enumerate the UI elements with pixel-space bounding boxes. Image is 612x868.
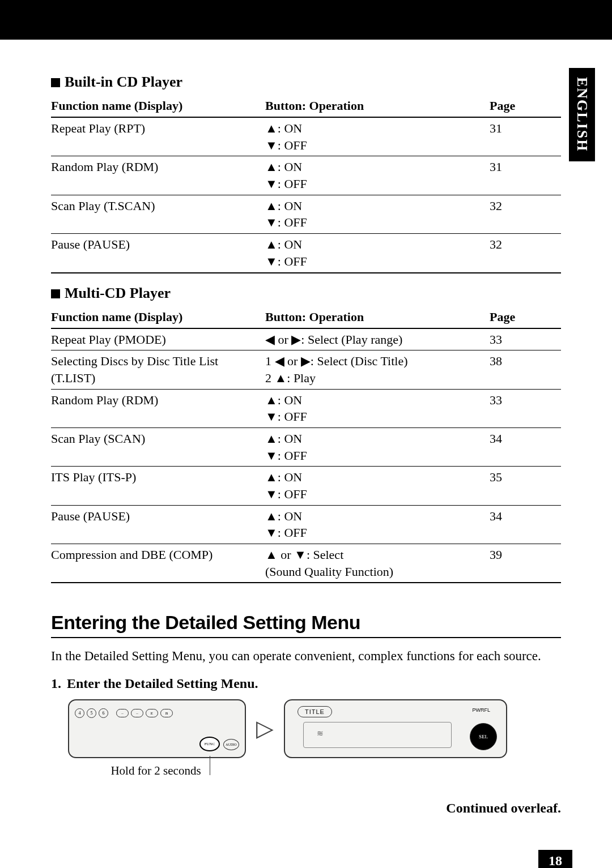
unit-diagram-right: TITLE ≋ PWRFL SEL (284, 699, 507, 758)
cell-operation: 1 ◀ or ▶: Select (Disc Title)2 ▲: Play (265, 350, 490, 389)
callout-line (210, 756, 210, 775)
cell-operation: ▲: ON▼: OFF (265, 234, 490, 273)
cell-operation: ▲: ON▼: OFF (265, 505, 490, 544)
cell-function-name: Pause (PAUSE) (51, 234, 265, 273)
cell-operation: ▲: ON▼: OFF (265, 195, 490, 233)
section-title-multi-cd: Multi-CD Player (51, 285, 561, 302)
square-bullet-icon (51, 78, 60, 87)
table-row: ITS Play (ITS-P)▲: ON▼: OFF35 (51, 467, 561, 505)
heading-entering-menu: Entering the Detailed Setting Menu (51, 612, 561, 638)
func-button-highlight: FUNC (199, 737, 220, 751)
preset-button-icon: 5 (87, 708, 96, 718)
table-row: Random Play (RDM)▲: ON▼: OFF33 (51, 389, 561, 427)
table-row: Pause (PAUSE)▲: ON▼: OFF34 (51, 505, 561, 544)
table-row: Scan Play (T.SCAN)▲: ON▼: OFF32 (51, 195, 561, 233)
cell-page: 32 (490, 234, 561, 273)
continued-overleaf: Continued overleaf. (51, 801, 561, 816)
cell-operation: ▲: ON▼: OFF (265, 389, 490, 427)
page-content: Built-in CD Player Function name (Displa… (0, 40, 612, 868)
col-button-operation: Button: Operation (265, 306, 490, 328)
cell-operation: ◀ or ▶: Select (Play range) (265, 328, 490, 350)
page-number-badge: 18 (538, 850, 572, 868)
section-title-text: Multi-CD Player (65, 285, 171, 301)
cell-function-name: Pause (PAUSE) (51, 505, 265, 544)
cell-operation: ▲ or ▼: Select(Sound Quality Function) (265, 544, 490, 583)
section-title-builtin-cd: Built-in CD Player (51, 74, 561, 91)
cell-function-name: Compression and DBE (COMP) (51, 544, 265, 583)
col-page: Page (490, 95, 561, 117)
cell-function-name: Scan Play (SCAN) (51, 427, 265, 466)
cell-operation: ▲: ON▼: OFF (265, 117, 490, 156)
chevron-right-icon: ▷ (256, 717, 274, 740)
table-row: Compression and DBE (COMP)▲ or ▼: Select… (51, 544, 561, 583)
oval-button-icon: – (116, 709, 129, 717)
cell-page: 31 (490, 156, 561, 195)
cell-function-name: Repeat Play (RPT) (51, 117, 265, 156)
cell-function-name: Repeat Play (PMODE) (51, 328, 265, 350)
cell-page: 38 (490, 350, 561, 389)
cell-page: 33 (490, 389, 561, 427)
diagram-row: 4 5 6 – – E B FUNC AUDIO ▷ TITLE ≋ PWRFL… (68, 699, 561, 758)
builtin-cd-table: Function name (Display) Button: Operatio… (51, 95, 561, 273)
cell-operation: ▲: ON▼: OFF (265, 156, 490, 195)
cell-page: 31 (490, 117, 561, 156)
cell-page: 35 (490, 467, 561, 505)
title-badge: TITLE (298, 706, 332, 717)
cell-page: 33 (490, 328, 561, 350)
cell-function-name: Selecting Discs by Disc Title List(T.LIS… (51, 350, 265, 389)
col-page: Page (490, 306, 561, 328)
cell-function-name: Random Play (RDM) (51, 389, 265, 427)
oval-button-icon: B (160, 709, 173, 717)
cell-page: 34 (490, 505, 561, 544)
cell-page: 32 (490, 195, 561, 233)
col-function-name: Function name (Display) (51, 95, 265, 117)
table-row: Repeat Play (PMODE)◀ or ▶: Select (Play … (51, 328, 561, 350)
table-row: Selecting Discs by Disc Title List(T.LIS… (51, 350, 561, 389)
intro-text: In the Detailed Setting Menu, you can op… (51, 647, 561, 665)
table-header-row: Function name (Display) Button: Operatio… (51, 306, 561, 328)
oval-button-icon: E (146, 709, 158, 717)
oval-button-icon: – (131, 709, 143, 717)
multi-cd-table: Function name (Display) Button: Operatio… (51, 306, 561, 584)
table-row: Scan Play (SCAN)▲: ON▼: OFF34 (51, 427, 561, 466)
preset-button-icon: 6 (99, 708, 108, 718)
step-text: Enter the Detailed Setting Menu. (67, 676, 258, 691)
pwrfl-label: PWRFL (473, 707, 491, 713)
cell-function-name: Scan Play (T.SCAN) (51, 195, 265, 233)
section-title-text: Built-in CD Player (65, 74, 182, 90)
unit-diagram-left: 4 5 6 – – E B FUNC AUDIO (68, 699, 246, 758)
table-row: Repeat Play (RPT)▲: ON▼: OFF31 (51, 117, 561, 156)
audio-button-icon: AUDIO (223, 739, 239, 750)
table-row: Pause (PAUSE)▲: ON▼: OFF32 (51, 234, 561, 273)
cell-operation: ▲: ON▼: OFF (265, 427, 490, 466)
step-line: 1.Enter the Detailed Setting Menu. (51, 676, 561, 691)
cell-function-name: Random Play (RDM) (51, 156, 265, 195)
cell-function-name: ITS Play (ITS-P) (51, 467, 265, 505)
segment-icon: ≋ (317, 729, 324, 738)
sel-dpad-icon: SEL (470, 723, 497, 750)
header-black-bar (0, 0, 612, 40)
square-bullet-icon (51, 289, 60, 298)
col-button-operation: Button: Operation (265, 95, 490, 117)
display-panel (303, 722, 452, 748)
cell-operation: ▲: ON▼: OFF (265, 467, 490, 505)
language-tab: ENGLISH (569, 68, 595, 161)
cell-page: 34 (490, 427, 561, 466)
cell-page: 39 (490, 544, 561, 583)
preset-button-icon: 4 (75, 708, 84, 718)
col-function-name: Function name (Display) (51, 306, 265, 328)
table-row: Random Play (RDM)▲: ON▼: OFF31 (51, 156, 561, 195)
step-number: 1. (51, 676, 67, 691)
table-header-row: Function name (Display) Button: Operatio… (51, 95, 561, 117)
diagram-caption: Hold for 2 seconds (68, 764, 244, 778)
